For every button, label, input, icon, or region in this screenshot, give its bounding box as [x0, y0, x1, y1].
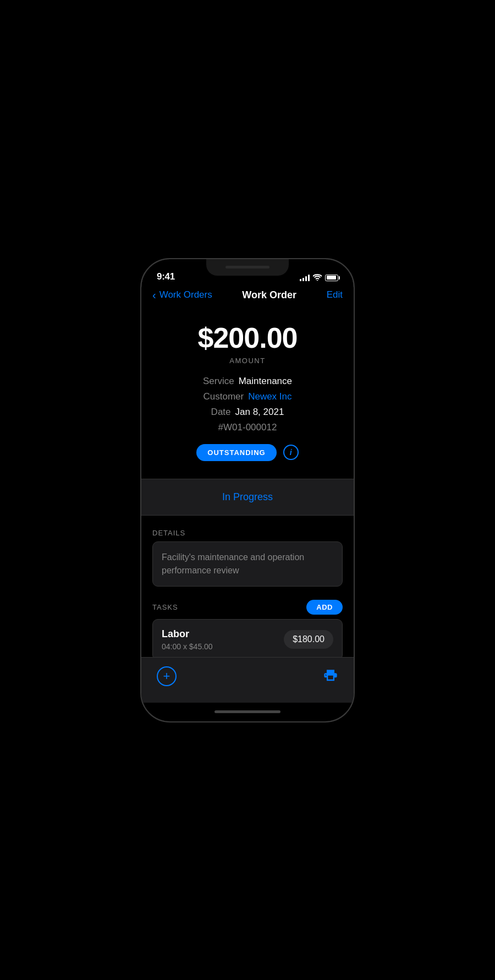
edit-button[interactable]: Edit	[327, 289, 343, 300]
plus-icon: +	[163, 669, 170, 683]
service-label: Service	[203, 376, 234, 387]
task-info: Labor 04:00 x $45.00	[162, 628, 213, 651]
status-icons	[300, 273, 338, 282]
phone-shell: 9:41 ‹	[140, 258, 355, 722]
wifi-icon	[313, 273, 322, 282]
tasks-label: TASKS	[152, 603, 178, 611]
notch	[206, 259, 289, 276]
signal-bars-icon	[300, 275, 310, 281]
home-bar	[215, 710, 280, 713]
details-label: DETAILS	[152, 529, 343, 537]
service-row: Service Maintenance	[155, 376, 340, 387]
bottom-toolbar: +	[141, 657, 354, 703]
printer-icon	[323, 669, 338, 684]
work-order-number: #W01-000012	[218, 422, 277, 433]
badge-row: OUTSTANDING i	[196, 444, 298, 461]
amount-label: AMOUNT	[229, 357, 265, 365]
details-text: Facility's maintenance and operation per…	[162, 551, 333, 577]
screen: 9:41 ‹	[141, 259, 354, 721]
signal-bar-3	[305, 276, 307, 281]
add-task-button[interactable]: ADD	[306, 600, 343, 615]
home-indicator	[141, 703, 354, 721]
date-label: Date	[211, 407, 231, 418]
battery-fill	[327, 276, 336, 280]
nav-title: Work Order	[242, 289, 296, 301]
print-button[interactable]	[323, 669, 338, 684]
task-row[interactable]: Labor 04:00 x $45.00 $180.00	[152, 619, 343, 657]
header-section: $200.00 AMOUNT Service Maintenance Custo…	[141, 308, 354, 479]
status-time: 9:41	[157, 271, 175, 282]
tasks-section: TASKS ADD Labor 04:00 x $45.00 $180.00	[141, 600, 354, 657]
customer-row: Customer Newex Inc	[155, 391, 340, 402]
signal-bar-2	[302, 278, 304, 281]
task-name: Labor	[162, 628, 213, 640]
in-progress-section: In Progress	[141, 479, 354, 516]
tasks-header: TASKS ADD	[152, 600, 343, 615]
outstanding-badge[interactable]: OUTSTANDING	[196, 444, 276, 461]
notch-bar	[226, 266, 270, 269]
info-button[interactable]: i	[283, 445, 299, 460]
back-button[interactable]: ‹ Work Orders	[152, 289, 212, 302]
date-row: Date Jan 8, 2021	[155, 407, 340, 418]
back-arrow-icon: ‹	[152, 289, 156, 302]
battery-icon	[325, 275, 338, 281]
task-detail: 04:00 x $45.00	[162, 642, 213, 651]
info-icon: i	[290, 448, 292, 457]
details-card: Facility's maintenance and operation per…	[152, 541, 343, 587]
details-section: DETAILS Facility's maintenance and opera…	[141, 529, 354, 587]
in-progress-button[interactable]: In Progress	[141, 479, 354, 516]
content-area: $200.00 AMOUNT Service Maintenance Custo…	[141, 308, 354, 657]
add-charge-button[interactable]: +	[157, 666, 177, 686]
amount-value: $200.00	[198, 321, 298, 354]
task-amount: $180.00	[284, 630, 333, 649]
date-value: Jan 8, 2021	[235, 407, 284, 418]
signal-bar-1	[300, 279, 301, 281]
customer-value[interactable]: Newex Inc	[248, 391, 292, 402]
nav-bar: ‹ Work Orders Work Order Edit	[141, 287, 354, 308]
signal-bar-4	[308, 275, 310, 281]
service-value: Maintenance	[239, 376, 292, 387]
customer-label: Customer	[203, 391, 244, 402]
back-label: Work Orders	[160, 289, 212, 300]
